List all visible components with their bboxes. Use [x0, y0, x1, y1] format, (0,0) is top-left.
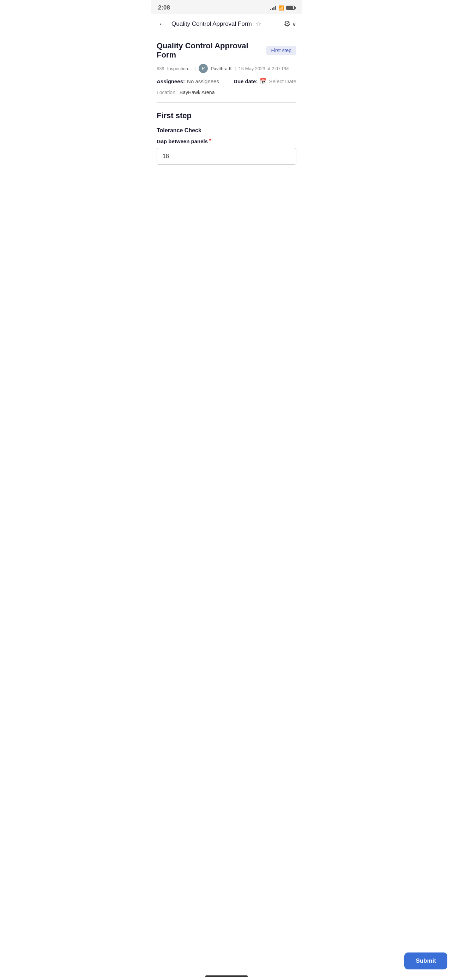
section-title: First step	[157, 111, 296, 120]
form-title: Quality Control Approval Form	[157, 41, 266, 60]
back-button[interactable]: ←	[157, 18, 168, 30]
assignees-value: No assignees	[187, 78, 219, 84]
gear-icon[interactable]: ⚙	[284, 19, 291, 29]
status-icons: 📶	[270, 5, 295, 11]
meta-separator: |	[195, 66, 196, 71]
nav-bar: ← Quality Control Approval Form ☆ ⚙ ∨	[151, 14, 302, 34]
sub-section-title: Tolerance Check	[157, 127, 296, 134]
calendar-icon: 📅	[260, 78, 267, 85]
nav-right: ⚙ ∨	[284, 19, 296, 29]
gap-panels-input[interactable]	[157, 148, 296, 165]
due-date-label: Due date:	[234, 78, 257, 84]
nav-title: Quality Control Approval Form	[172, 21, 252, 27]
star-icon[interactable]: ☆	[256, 20, 262, 28]
meta-date: 15 May 2023 at 2:07 PM	[239, 66, 289, 71]
chevron-down-icon[interactable]: ∨	[292, 21, 296, 27]
due-date-value[interactable]: Select Date	[269, 78, 296, 84]
battery-icon	[286, 6, 295, 10]
divider	[157, 102, 296, 103]
field-label: Gap between panels *	[157, 138, 296, 144]
meta-number: #39	[157, 66, 164, 71]
location-label: Location:	[157, 90, 177, 95]
meta-author: Pavithra K	[211, 66, 232, 71]
back-arrow-icon: ←	[158, 20, 166, 28]
field-label-text: Gap between panels	[157, 138, 208, 144]
wifi-icon: 📶	[278, 5, 284, 11]
assignees-label: Assignees:	[157, 78, 185, 84]
avatar-initial: P	[202, 66, 205, 71]
form-header: Quality Control Approval Form First step	[157, 41, 296, 60]
due-right[interactable]: Due date: 📅 Select Date	[234, 78, 296, 85]
sub-section: Tolerance Check Gap between panels *	[157, 127, 296, 165]
nav-left: ← Quality Control Approval Form ☆	[157, 18, 262, 30]
meta-inspection: Inspection...	[167, 66, 192, 71]
required-asterisk: *	[209, 138, 211, 144]
meta-row: #39 Inspection... | P Pavithra K | 15 Ma…	[157, 64, 296, 73]
location-value: BayHawk Arena	[180, 90, 215, 95]
status-bar: 2:08 📶	[151, 0, 302, 14]
assign-left: Assignees: No assignees	[157, 78, 219, 84]
signal-icon	[270, 5, 276, 10]
meta-date-separator: |	[235, 66, 236, 71]
page-content: Quality Control Approval Form First step…	[151, 34, 302, 179]
step-badge: First step	[266, 46, 296, 55]
avatar: P	[199, 64, 208, 73]
location-row: Location: BayHawk Arena	[157, 90, 296, 95]
assign-row: Assignees: No assignees Due date: 📅 Sele…	[157, 78, 296, 85]
status-time: 2:08	[158, 4, 170, 11]
